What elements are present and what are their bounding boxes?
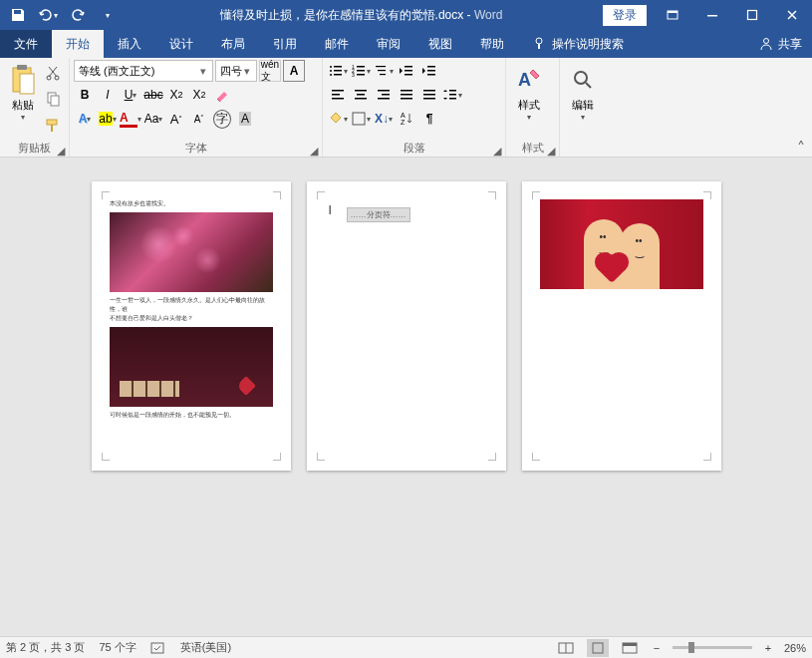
bold-button[interactable]: B [74,84,96,106]
image-finger-couple[interactable]: ••‿ ••‿ [540,199,703,289]
bullets-button[interactable]: ▾ [327,60,349,82]
svg-rect-13 [51,96,59,106]
shading-button[interactable]: ▾ [327,108,349,130]
grow-font[interactable]: A˄ [165,108,187,130]
tab-view[interactable]: 视图 [414,30,466,58]
tell-me-search[interactable]: 操作说明搜索 [518,30,638,58]
language-indicator[interactable]: 英语(美国) [180,640,231,655]
show-hide-marks[interactable]: ¶ [418,108,440,130]
cut-button[interactable] [42,62,64,84]
document-area[interactable]: 本没有故乡也需找安。 一生一世一双人，一段感情久永久。是人们心中最向往的故性，谁… [0,158,812,636]
font-size-combo[interactable]: 四号▾ [215,60,257,82]
format-painter[interactable] [42,115,64,137]
svg-rect-49 [423,90,435,92]
word-count[interactable]: 75 个字 [99,640,135,655]
dialog-launcher-icon[interactable]: ◢ [308,145,320,157]
align-justify[interactable] [396,84,417,106]
zoom-out[interactable]: − [651,642,663,654]
dialog-launcher-icon[interactable]: ◢ [491,145,503,157]
undo-button[interactable]: ▾ [34,1,62,29]
borders-button[interactable]: ▾ [350,108,372,130]
align-center[interactable] [350,84,372,106]
italic-button[interactable]: I [97,84,119,106]
zoom-level[interactable]: 26% [784,642,806,654]
tab-file[interactable]: 文件 [0,30,52,58]
page-indicator[interactable]: 第 2 页，共 3 页 [6,640,85,655]
distributed[interactable] [418,84,440,106]
zoom-in[interactable]: + [762,642,774,654]
font-color[interactable]: A▾ [120,108,141,130]
increase-indent[interactable] [418,60,440,82]
tab-mailings[interactable]: 邮件 [311,30,363,58]
dialog-launcher-icon[interactable]: ◢ [55,145,67,157]
svg-point-16 [330,66,332,68]
font-family-combo[interactable]: 等线 (西文正文)▾ [74,60,213,82]
asian-layout[interactable]: X↓▾ [373,108,395,130]
qat-customize[interactable]: ▾ [94,1,122,29]
clear-formatting[interactable] [211,84,233,106]
svg-rect-33 [405,74,412,76]
multilevel-list[interactable]: ▾ [373,60,395,82]
tab-layout[interactable]: 布局 [207,30,259,58]
login-button[interactable]: 登录 [603,5,647,26]
enclose-characters[interactable]: 字 [211,108,233,130]
tab-insert[interactable]: 插入 [104,30,155,58]
svg-rect-41 [357,94,365,96]
save-button[interactable] [4,1,32,29]
tab-help[interactable]: 帮助 [466,30,518,58]
svg-rect-63 [593,643,603,653]
align-right[interactable] [373,84,395,106]
read-mode-view[interactable] [555,639,577,657]
change-case[interactable]: Aa▾ [142,108,164,130]
phonetic-guide[interactable]: wén文 [259,60,281,82]
svg-rect-14 [47,120,57,125]
sort-button[interactable]: AZ [396,108,417,130]
decrease-indent[interactable] [396,60,417,82]
image-love-blocks[interactable] [110,327,273,407]
dialog-launcher-icon[interactable]: ◢ [545,145,557,157]
body-text: 可时候似是一段感情的开始，也不能预见一切。 [110,411,273,420]
shrink-font[interactable]: A˅ [188,108,210,130]
page-2[interactable]: I ……分页符…… [307,181,506,471]
svg-point-4 [536,38,542,44]
styles-button[interactable]: A 样式 ▾ [510,60,548,139]
svg-rect-44 [382,94,390,96]
underline-button[interactable]: U▾ [120,84,141,106]
tab-references[interactable]: 引用 [259,30,311,58]
redo-button[interactable] [64,1,92,29]
align-left[interactable] [327,84,349,106]
character-shading[interactable]: A [234,108,256,130]
svg-rect-54 [449,98,456,100]
svg-rect-39 [332,98,344,100]
superscript-button[interactable]: X2 [188,84,210,106]
copy-button[interactable] [42,88,64,110]
print-layout-view[interactable] [587,639,609,657]
page-1[interactable]: 本没有故乡也需找安。 一生一世一双人，一段感情久永久。是人们心中最向往的故性，谁… [92,181,291,471]
svg-rect-15 [51,125,53,132]
collapse-ribbon[interactable]: ˄ [794,141,808,155]
tab-design[interactable]: 设计 [155,30,207,58]
ribbon-display-options[interactable] [653,0,692,30]
numbering-button[interactable]: 123▾ [350,60,372,82]
proofing-icon[interactable] [150,641,166,655]
strikethrough-button[interactable]: abc [142,84,164,106]
share-button[interactable]: 共享 [758,36,802,53]
maximize-button[interactable] [732,0,772,30]
line-spacing[interactable]: ▾ [441,84,463,106]
tab-review[interactable]: 审阅 [363,30,414,58]
web-layout-view[interactable] [619,639,641,657]
editing-button[interactable]: 编辑 ▾ [564,60,602,139]
tab-home[interactable]: 开始 [52,30,104,58]
minimize-button[interactable] [692,0,732,30]
subscript-button[interactable]: X2 [165,84,187,106]
character-border[interactable]: A [283,60,305,82]
svg-rect-65 [623,643,637,646]
page-3[interactable]: ••‿ ••‿ [522,181,721,471]
text-effects[interactable]: A▾ [74,108,96,130]
paste-button[interactable]: 粘贴 ▾ [4,60,42,139]
highlight-button[interactable]: ab▾ [97,108,119,130]
close-button[interactable] [772,0,812,30]
image-plum-blossom[interactable] [110,212,273,292]
svg-rect-48 [401,98,412,100]
zoom-slider[interactable] [673,646,752,649]
